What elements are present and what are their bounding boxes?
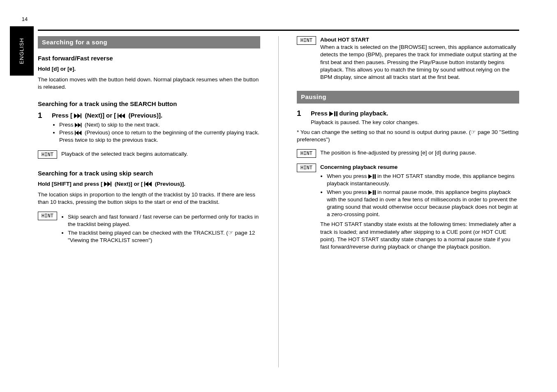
- svg-marker-18: [329, 111, 333, 116]
- skip-search-mid: (Next)] or [: [115, 181, 143, 187]
- skip-search-desc: The location skips in proportion to the …: [38, 191, 260, 206]
- step-pause-post: during playback.: [339, 110, 388, 117]
- hint-2-label: HINT: [38, 212, 57, 220]
- step-pause: 1 Press during playback. Playback is pau…: [297, 109, 519, 126]
- hint-hotstart-text: When a track is selected on the [BROWSE]…: [320, 44, 519, 81]
- svg-marker-24: [368, 190, 372, 195]
- step-1-line3: (Previous)].: [129, 112, 163, 119]
- hint-2-item-0: Skip search and fast forward / fast reve…: [68, 213, 260, 228]
- hint-1-body: Playback of the selected track begins au…: [61, 150, 260, 158]
- step-1: 1 Press [ (Next)] or [ (Previous)]. Pres…: [38, 111, 260, 144]
- content-columns: Searching for a song Fast forward/Fast r…: [38, 36, 519, 367]
- step-1-number: 1: [38, 111, 46, 144]
- hint-resume-line1: When you press in the HOT START standby …: [327, 173, 519, 187]
- step-pause-pre: Press: [311, 110, 329, 117]
- top-rule: [38, 30, 519, 31]
- svg-marker-10: [76, 131, 79, 135]
- hint-1: HINT Playback of the selected track begi…: [38, 150, 260, 159]
- step-1-sub: Press (Next) to skip to the next track. …: [52, 121, 260, 144]
- next-track-icon-small: [75, 123, 83, 127]
- language-tab-label: ENGLISH: [18, 38, 25, 64]
- prev-track-icon-small: [75, 131, 83, 135]
- next-track-icon: [74, 113, 83, 118]
- svg-rect-20: [336, 111, 337, 116]
- step-pause-text: Press during playback. Playback is pause…: [311, 109, 519, 126]
- hint-hotstart-body: About HOT START When a track is selected…: [320, 36, 519, 81]
- svg-rect-19: [334, 111, 335, 116]
- heading-skip-search: Searching for a track using skip search: [38, 169, 260, 178]
- svg-marker-12: [104, 182, 107, 187]
- svg-rect-23: [375, 174, 376, 179]
- svg-marker-7: [78, 123, 81, 127]
- play-pause-icon: [329, 111, 337, 116]
- svg-rect-14: [111, 182, 111, 187]
- hint-resume-tail: The HOT START standby state exists at th…: [320, 221, 519, 251]
- skip-search-pre: Hold [SHIFT] and press [: [38, 181, 103, 187]
- pause-note: * You can change the setting so that no …: [297, 129, 519, 143]
- skip-search-end: (Previous)].: [155, 181, 185, 187]
- section-title-pausing: Pausing: [297, 91, 519, 103]
- hint-resume-line2: When you press in normal pause mode, thi…: [327, 189, 519, 219]
- step1-item0-pre: Press: [59, 122, 75, 128]
- skip-search-action: Hold [SHIFT] and press [ (Next)] or [ (P…: [38, 180, 260, 188]
- svg-marker-4: [118, 113, 122, 118]
- heading-search-button: Searching for a track using the SEARCH b…: [38, 100, 260, 108]
- svg-marker-16: [145, 182, 148, 187]
- svg-rect-9: [75, 131, 76, 135]
- ff-fr-action-bold: Hold [d] or [e].: [38, 66, 76, 72]
- hint-hotstart: HINT About HOT START When a track is sel…: [297, 36, 519, 81]
- svg-marker-5: [122, 113, 125, 118]
- step-pause-number: 1: [297, 109, 305, 126]
- step-1-text: Press [ (Next)] or [ (Previous)]. Press …: [52, 111, 260, 144]
- svg-rect-2: [81, 113, 81, 118]
- ff-fr-action: Hold [d] or [e].: [38, 65, 260, 73]
- hint-fineadjust-body: The position is fine-adjusted by pressin…: [320, 149, 519, 157]
- step1-item0-post: (Next) to skip to the next track.: [85, 122, 160, 128]
- right-column: HINT About HOT START When a track is sel…: [278, 36, 519, 367]
- hint-2-body: Skip search and fast forward / fast reve…: [61, 212, 260, 245]
- hint-resume-heading: Concerning playback resume: [320, 164, 519, 171]
- step-pause-sub: Playback is paused. The key color change…: [311, 119, 519, 126]
- left-column: Searching for a song Fast forward/Fast r…: [38, 36, 260, 367]
- heading-ff-fr: Fast forward/Fast reverse: [38, 54, 260, 62]
- next-track-icon-2: [104, 182, 113, 187]
- resume-line2-pre: When you press: [327, 189, 368, 195]
- step1-item1-pre: Press: [59, 129, 75, 136]
- page-number: 14: [17, 16, 32, 23]
- prev-track-icon: [118, 113, 127, 118]
- svg-marker-11: [79, 131, 81, 135]
- section-title-search: Searching for a song: [38, 36, 260, 48]
- hint-hotstart-heading: About HOT START: [320, 36, 519, 44]
- svg-marker-13: [107, 182, 111, 187]
- step-1-line2: (Next)] or [: [85, 112, 116, 119]
- hint-fineadjust: HINT The position is fine-adjusted by pr…: [297, 149, 519, 158]
- svg-rect-15: [144, 182, 145, 187]
- hint-resume-body: Concerning playback resume When you pres…: [320, 164, 519, 251]
- ff-fr-desc: The location moves with the button held …: [38, 76, 260, 91]
- hint-2-item-1: The tracklist being played can be checke…: [68, 229, 260, 244]
- svg-marker-0: [74, 113, 77, 118]
- resume-line1-pre: When you press: [327, 173, 368, 179]
- hint-resume: HINT Concerning playback resume When you…: [297, 164, 519, 251]
- hint-1-label: HINT: [38, 150, 57, 159]
- svg-rect-25: [373, 190, 374, 195]
- svg-rect-22: [373, 174, 374, 179]
- prev-track-icon-2: [144, 182, 153, 187]
- language-tab: ENGLISH: [10, 26, 34, 76]
- svg-marker-6: [75, 123, 78, 127]
- svg-rect-26: [375, 190, 376, 195]
- svg-marker-1: [77, 113, 81, 118]
- step1-item1-post: (Previous) once to return to the beginni…: [59, 129, 259, 143]
- svg-marker-17: [148, 182, 152, 187]
- svg-rect-3: [118, 113, 118, 118]
- hint-2: HINT Skip search and fast forward / fast…: [38, 212, 260, 245]
- svg-rect-8: [81, 123, 82, 127]
- step-1-item-next: Press (Next) to skip to the next track.: [59, 121, 260, 129]
- hint-resume-label: HINT: [297, 164, 316, 172]
- step-1-line1: Press [: [52, 112, 72, 119]
- play-pause-icon-2: [368, 174, 376, 179]
- svg-marker-21: [368, 174, 372, 179]
- step-1-item-prev: Press (Previous) once to return to the b…: [59, 129, 260, 143]
- play-pause-icon-3: [368, 190, 376, 195]
- hint-fineadjust-label: HINT: [297, 149, 316, 158]
